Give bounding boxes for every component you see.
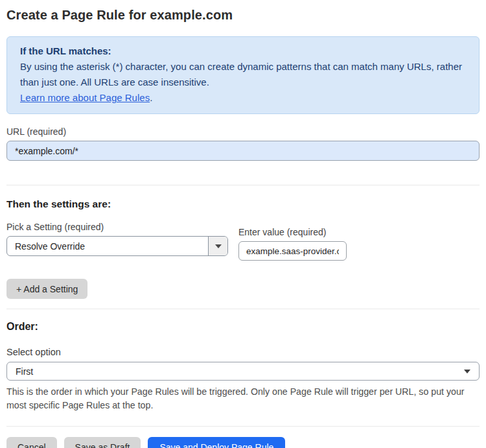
footer-actions: Cancel Save as Draft Save and Deploy Pag… [6,437,480,448]
setting-value-input[interactable] [238,241,347,261]
chevron-down-icon [464,370,470,373]
chevron-down-icon [215,244,222,248]
settings-row: Pick a Setting (required) Resolve Overri… [6,222,480,261]
enter-value-label: Enter value (required) [238,227,347,238]
section-divider [6,185,480,185]
setting-dropdown-value: Resolve Override [7,237,208,255]
save-as-draft-button[interactable]: Save as Draft [64,437,141,448]
pick-setting-label: Pick a Setting (required) [6,222,228,233]
cancel-button[interactable]: Cancel [6,437,57,448]
settings-section-heading: Then the settings are: [6,198,480,210]
section-divider [6,309,480,309]
order-select[interactable]: First [6,362,480,381]
order-section-heading: Order: [6,321,480,333]
create-page-rule-form: Create a Page Rule for example.com If th… [0,0,486,448]
link-suffix: . [150,92,152,103]
save-and-deploy-button[interactable]: Save and Deploy Page Rule [148,437,285,448]
info-box-body: By using the asterisk (*) character, you… [20,59,466,90]
url-field-label: URL (required) [6,126,480,137]
pick-setting-field: Pick a Setting (required) Resolve Overri… [6,222,228,256]
footer-divider [6,426,480,427]
setting-dropdown[interactable]: Resolve Override [6,236,228,256]
learn-more-link[interactable]: Learn more about Page Rules [20,92,150,103]
url-match-info-box: If the URL matches: By using the asteris… [6,36,480,114]
setting-dropdown-arrow-button[interactable] [208,237,227,255]
info-box-link-line: Learn more about Page Rules. [20,90,466,106]
order-select-label: Select option [6,347,480,358]
info-box-heading: If the URL matches: [20,43,466,59]
order-help-text: This is the order in which your Page Rul… [6,385,480,412]
order-select-value: First [16,366,33,377]
add-setting-button[interactable]: + Add a Setting [6,279,87,299]
enter-value-field: Enter value (required) [238,227,347,261]
url-input[interactable] [6,141,480,161]
page-title: Create a Page Rule for example.com [6,8,480,23]
